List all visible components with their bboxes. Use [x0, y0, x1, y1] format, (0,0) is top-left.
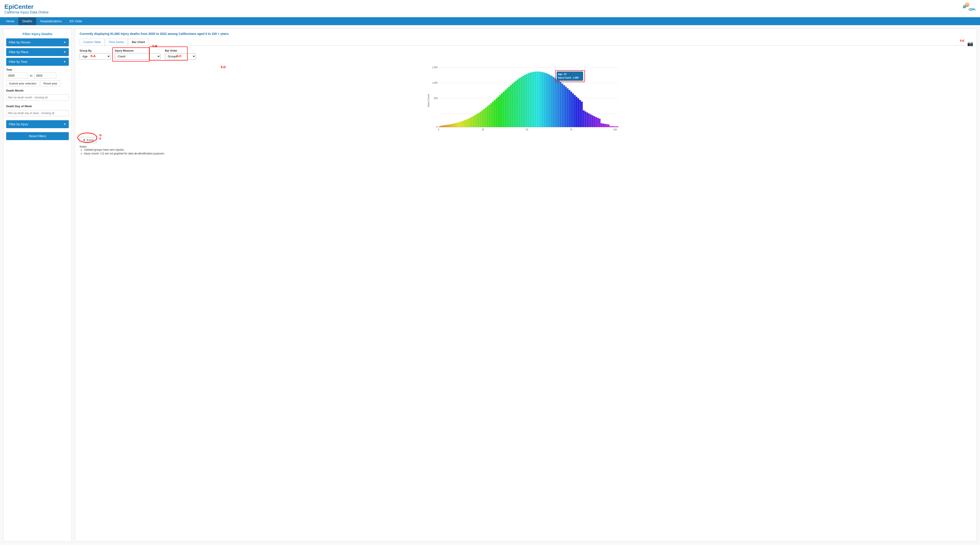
excel-button[interactable]: ⬇ Excel — [80, 137, 97, 143]
bar-age-27[interactable] — [487, 106, 488, 127]
year-from-input[interactable] — [6, 73, 28, 78]
bar-age-70[interactable] — [563, 85, 565, 127]
nav-hospitalizations[interactable]: Hospitalizations — [36, 17, 66, 25]
bar-age-20[interactable] — [474, 115, 476, 127]
bar-age-49[interactable] — [526, 74, 528, 127]
nav-home[interactable]: Home — [2, 17, 18, 25]
bar-age-68[interactable] — [560, 82, 562, 127]
bar-age-52[interactable] — [531, 72, 533, 127]
bar-age-35[interactable] — [501, 93, 503, 127]
bar-age-39[interactable] — [508, 87, 510, 127]
bar-age-44[interactable] — [517, 80, 519, 127]
bar-age-40[interactable] — [510, 85, 512, 127]
bar-age-11[interactable] — [458, 122, 460, 127]
death-month-input[interactable] — [6, 94, 69, 101]
filter-time-button[interactable]: Filter by Time ▼ — [6, 58, 69, 66]
bar-age-63[interactable] — [551, 76, 552, 127]
bar-age-55[interactable] — [537, 72, 538, 127]
bar-age-48[interactable] — [524, 75, 526, 127]
filter-place-button[interactable]: Filter by Place ▼ — [6, 48, 69, 56]
reset-year-button[interactable]: Reset year — [41, 80, 60, 87]
bar-age-53[interactable] — [533, 72, 535, 127]
bar-age-90[interactable] — [599, 119, 601, 127]
bar-age-2[interactable] — [442, 126, 444, 127]
bar-age-28[interactable] — [488, 105, 490, 127]
bar-age-73[interactable] — [569, 90, 570, 127]
bar-age-19[interactable] — [473, 116, 474, 127]
death-day-input[interactable] — [6, 110, 69, 116]
bar-age-89[interactable] — [597, 118, 599, 127]
bar-age-45[interactable] — [519, 78, 520, 127]
bar-age-33[interactable] — [497, 97, 499, 127]
bar-age-7[interactable] — [451, 124, 453, 127]
bar-age-79[interactable] — [579, 100, 581, 127]
bar-age-87[interactable] — [593, 116, 595, 127]
bar-age-85[interactable] — [590, 115, 592, 127]
bar-age-86[interactable] — [592, 115, 593, 127]
bar-age-32[interactable] — [496, 98, 497, 127]
bar-age-74[interactable] — [570, 92, 572, 127]
bar-age-92[interactable] — [602, 123, 604, 127]
bar-age-24[interactable] — [482, 110, 483, 127]
tab-custom-table[interactable]: Custom Table — [80, 38, 105, 45]
bar-age-100[interactable] — [617, 126, 619, 127]
bar-age-76[interactable] — [574, 95, 576, 127]
bar-age-65[interactable] — [555, 78, 556, 127]
bar-age-42[interactable] — [514, 82, 515, 127]
bar-age-50[interactable] — [528, 73, 530, 127]
tab-time-series[interactable]: Time Series — [105, 38, 128, 45]
bar-age-29[interactable] — [490, 103, 492, 127]
bar-age-64[interactable] — [552, 77, 554, 127]
bar-age-37[interactable] — [505, 90, 506, 127]
bar-age-9[interactable] — [455, 123, 457, 127]
bar-age-69[interactable] — [562, 84, 563, 127]
bar-age-95[interactable] — [608, 125, 609, 127]
bar-age-38[interactable] — [506, 88, 508, 127]
bar-age-83[interactable] — [587, 112, 588, 127]
bar-age-26[interactable] — [485, 108, 487, 127]
bar-age-13[interactable] — [462, 121, 464, 127]
bar-age-6[interactable] — [449, 125, 451, 127]
bar-age-59[interactable] — [544, 73, 546, 127]
bar-age-1[interactable] — [441, 126, 442, 127]
bar-age-4[interactable] — [446, 125, 447, 127]
nav-deaths[interactable]: Deaths — [18, 17, 36, 25]
bar-age-60[interactable] — [546, 73, 547, 127]
nav-ed-visits[interactable]: ED Visits — [66, 17, 86, 25]
bar-age-99[interactable] — [615, 126, 617, 127]
bar-age-72[interactable] — [567, 88, 569, 127]
bar-age-18[interactable] — [471, 117, 473, 127]
bar-age-34[interactable] — [499, 95, 501, 127]
bar-age-67[interactable] — [558, 81, 560, 127]
bar-age-91[interactable] — [601, 123, 602, 127]
bar-age-88[interactable] — [595, 117, 597, 127]
filter-person-button[interactable]: Filter by Person ▼ — [6, 38, 69, 46]
bar-age-16[interactable] — [467, 119, 469, 127]
bar-age-30[interactable] — [492, 102, 494, 127]
reset-filters-button[interactable]: Reset Filters — [6, 132, 69, 140]
bar-age-15[interactable] — [465, 120, 467, 127]
bar-age-75[interactable] — [572, 93, 574, 127]
bar-age-41[interactable] — [512, 84, 514, 127]
bar-age-3[interactable] — [444, 125, 446, 127]
tab-bar-chart[interactable]: Bar Chart — [128, 38, 149, 45]
bar-age-22[interactable] — [478, 113, 480, 127]
bar-age-94[interactable] — [606, 124, 608, 127]
bar-age-31[interactable] — [494, 100, 496, 127]
bar-age-21[interactable] — [476, 114, 478, 127]
bar-age-62[interactable] — [549, 75, 551, 127]
bar-age-84[interactable] — [588, 113, 590, 127]
filter-injury-button[interactable]: Filter by Injury ▼ — [6, 120, 69, 128]
bar-age-81[interactable] — [583, 110, 585, 127]
bar-age-5[interactable] — [447, 125, 449, 127]
year-to-input[interactable] — [34, 73, 56, 78]
bar-age-98[interactable] — [613, 126, 615, 127]
bar-age-77[interactable] — [576, 97, 578, 127]
bar-age-56[interactable] — [538, 72, 540, 127]
bar-age-12[interactable] — [460, 121, 462, 127]
bar-age-14[interactable] — [464, 120, 465, 127]
bar-age-43[interactable] — [515, 81, 517, 127]
bar-age-8[interactable] — [453, 123, 455, 127]
bar-age-23[interactable] — [480, 112, 482, 127]
bar-age-51[interactable] — [530, 73, 531, 127]
